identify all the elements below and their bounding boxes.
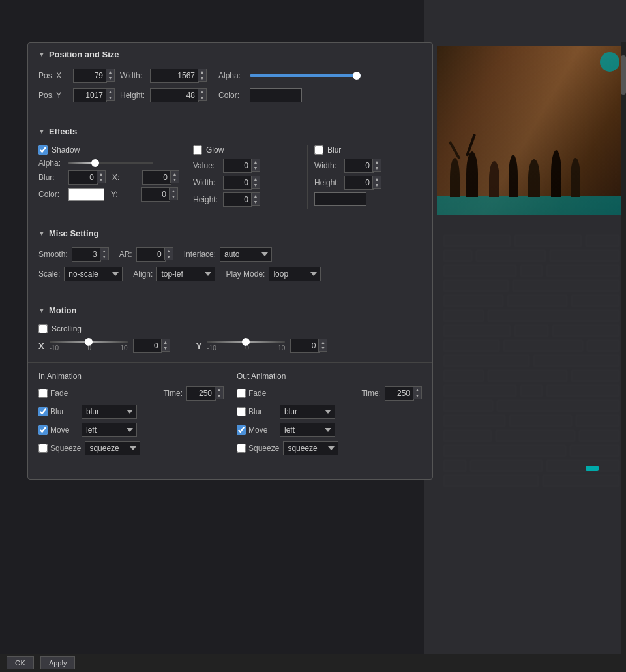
ar-up[interactable]: ▲ bbox=[164, 247, 173, 254]
in-squeeze-checkbox[interactable] bbox=[38, 444, 48, 453]
in-blur-select[interactable]: blur none bbox=[82, 405, 137, 419]
ar-spinner[interactable]: ▲ ▼ bbox=[164, 247, 173, 262]
shadow-blur-input[interactable] bbox=[68, 170, 98, 185]
smooth-input[interactable] bbox=[72, 247, 101, 262]
blur-height-input[interactable] bbox=[344, 176, 374, 190]
height-down[interactable]: ▼ bbox=[198, 95, 207, 101]
glow-value-input-group[interactable]: ▲ ▼ bbox=[223, 159, 260, 173]
smooth-down[interactable]: ▼ bbox=[100, 254, 109, 260]
glow-width-input-group[interactable]: ▲ ▼ bbox=[223, 176, 260, 190]
interlace-select[interactable]: auto none top bottom bbox=[220, 247, 272, 262]
x-value-input[interactable] bbox=[133, 339, 162, 353]
y-value-spinner[interactable]: ▲ ▼ bbox=[318, 339, 327, 353]
shadow-y-up[interactable]: ▲ bbox=[169, 187, 178, 194]
shadow-blur-down[interactable]: ▼ bbox=[97, 177, 106, 183]
blur-height-input-group[interactable]: ▲ ▼ bbox=[344, 176, 381, 190]
height-input-group[interactable]: ▲ ▼ bbox=[150, 88, 207, 102]
play-mode-select[interactable]: loop once bounce random bbox=[269, 267, 321, 281]
x-axis-slider[interactable] bbox=[50, 341, 128, 343]
out-blur-checkbox[interactable] bbox=[237, 407, 246, 416]
in-fade-checkbox[interactable] bbox=[38, 389, 48, 398]
ar-down[interactable]: ▼ bbox=[164, 254, 173, 260]
out-blur-select[interactable]: blur none bbox=[280, 405, 335, 419]
pos-x-input[interactable] bbox=[73, 69, 107, 83]
x-value-down[interactable]: ▼ bbox=[161, 345, 170, 352]
shadow-x-input-group[interactable]: ▲ ▼ bbox=[142, 170, 179, 185]
scrolling-checkbox[interactable] bbox=[38, 324, 48, 333]
blur-color-display[interactable] bbox=[314, 192, 366, 206]
bottom-ok-button[interactable]: OK bbox=[7, 656, 34, 669]
in-squeeze-select[interactable]: squeeze horizontal vertical bbox=[85, 441, 140, 455]
glow-width-down[interactable]: ▼ bbox=[251, 182, 260, 189]
pos-x-down[interactable]: ▼ bbox=[106, 75, 115, 82]
shadow-y-input-group[interactable]: ▲ ▼ bbox=[141, 187, 178, 202]
out-move-select[interactable]: left right top bottom bbox=[280, 423, 335, 437]
glow-height-input[interactable] bbox=[223, 192, 252, 207]
shadow-x-spinner[interactable]: ▲ ▼ bbox=[170, 170, 179, 185]
pos-y-up[interactable]: ▲ bbox=[106, 88, 115, 95]
width-input[interactable] bbox=[150, 69, 199, 83]
height-input[interactable] bbox=[150, 88, 199, 102]
in-blur-checkbox[interactable] bbox=[38, 407, 48, 416]
x-value-up[interactable]: ▲ bbox=[161, 339, 170, 345]
y-value-up[interactable]: ▲ bbox=[318, 339, 327, 345]
pos-x-up[interactable]: ▲ bbox=[106, 69, 115, 75]
in-time-input[interactable] bbox=[186, 386, 216, 401]
out-time-input-group[interactable]: ▲ ▼ bbox=[385, 386, 422, 401]
scrollbar-thumb[interactable] bbox=[621, 55, 626, 95]
effects-section-header[interactable]: ▼ Effects bbox=[28, 120, 432, 142]
motion-section-header[interactable]: ▼ Motion bbox=[28, 299, 432, 320]
smooth-input-group[interactable]: ▲ ▼ bbox=[72, 247, 109, 262]
in-time-input-group[interactable]: ▲ ▼ bbox=[186, 386, 224, 401]
out-time-up[interactable]: ▲ bbox=[413, 386, 422, 393]
width-down[interactable]: ▼ bbox=[198, 75, 207, 82]
alpha-slider[interactable] bbox=[250, 74, 361, 77]
y-value-down[interactable]: ▼ bbox=[318, 345, 327, 352]
y-axis-slider[interactable] bbox=[207, 341, 285, 343]
height-up[interactable]: ▲ bbox=[198, 88, 207, 95]
scale-select[interactable]: no-scale fit stretch fill bbox=[64, 267, 123, 281]
position-size-section-header[interactable]: ▼ Position and Size bbox=[28, 43, 432, 65]
pos-y-spinner[interactable]: ▲ ▼ bbox=[106, 88, 115, 102]
out-move-checkbox[interactable] bbox=[237, 425, 246, 435]
blur-checkbox[interactable] bbox=[314, 145, 323, 155]
pos-y-down[interactable]: ▼ bbox=[106, 95, 115, 101]
width-spinner[interactable]: ▲ ▼ bbox=[198, 69, 207, 83]
pos-y-input-group[interactable]: ▲ ▼ bbox=[73, 88, 115, 102]
misc-section-header[interactable]: ▼ Misc Setting bbox=[28, 222, 432, 243]
ar-input-group[interactable]: ▲ ▼ bbox=[136, 247, 173, 262]
blur-width-down[interactable]: ▼ bbox=[372, 165, 381, 172]
blur-height-up[interactable]: ▲ bbox=[372, 176, 381, 182]
out-time-down[interactable]: ▼ bbox=[413, 393, 422, 399]
shadow-blur-up[interactable]: ▲ bbox=[97, 170, 106, 177]
color-picker-pos[interactable] bbox=[250, 88, 302, 102]
in-time-spinner[interactable]: ▲ ▼ bbox=[215, 386, 224, 401]
shadow-alpha-slider[interactable] bbox=[68, 162, 153, 164]
x-value-input-group[interactable]: ▲ ▼ bbox=[133, 339, 170, 353]
glow-height-input-group[interactable]: ▲ ▼ bbox=[223, 192, 260, 207]
blur-width-up[interactable]: ▲ bbox=[372, 159, 381, 165]
blur-height-down[interactable]: ▼ bbox=[372, 182, 381, 189]
in-move-select[interactable]: left right top bottom bbox=[82, 423, 137, 437]
glow-height-down[interactable]: ▼ bbox=[251, 199, 260, 206]
glow-value-down[interactable]: ▼ bbox=[251, 165, 260, 172]
glow-height-spinner[interactable]: ▲ ▼ bbox=[251, 192, 260, 207]
glow-width-spinner[interactable]: ▲ ▼ bbox=[251, 176, 260, 190]
blur-width-input[interactable] bbox=[344, 159, 374, 173]
shadow-blur-input-group[interactable]: ▲ ▼ bbox=[68, 170, 106, 185]
x-value-spinner[interactable]: ▲ ▼ bbox=[161, 339, 170, 353]
shadow-y-spinner[interactable]: ▲ ▼ bbox=[169, 187, 178, 202]
smooth-spinner[interactable]: ▲ ▼ bbox=[100, 247, 109, 262]
ar-input[interactable] bbox=[136, 247, 166, 262]
pos-x-spinner[interactable]: ▲ ▼ bbox=[106, 69, 115, 83]
glow-value-input[interactable] bbox=[223, 159, 252, 173]
glow-width-input[interactable] bbox=[223, 176, 252, 190]
shadow-blur-spinner[interactable]: ▲ ▼ bbox=[97, 170, 106, 185]
in-move-checkbox[interactable] bbox=[38, 425, 48, 435]
pos-y-input[interactable] bbox=[73, 88, 107, 102]
shadow-x-input[interactable] bbox=[142, 170, 171, 185]
shadow-checkbox[interactable] bbox=[38, 145, 48, 155]
y-value-input[interactable] bbox=[290, 339, 320, 353]
out-time-input[interactable] bbox=[385, 386, 414, 401]
width-up[interactable]: ▲ bbox=[198, 69, 207, 75]
